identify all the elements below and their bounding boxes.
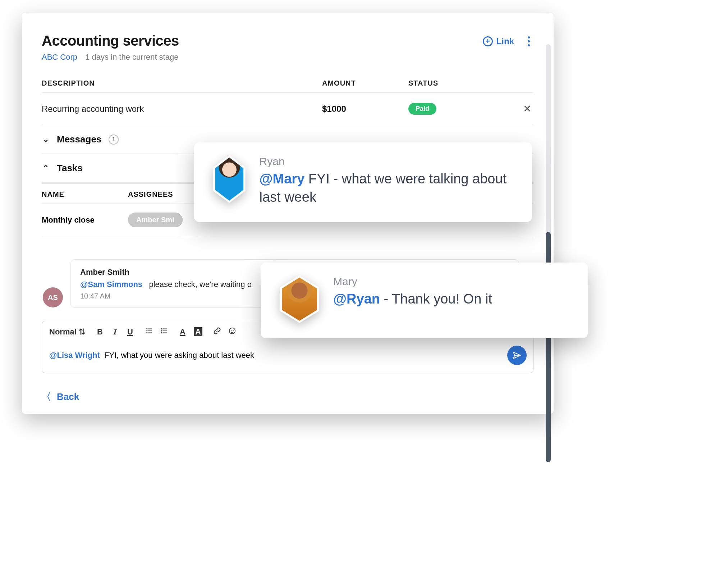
col-description: DESCRIPTION (42, 79, 322, 87)
link-icon (213, 327, 221, 335)
tasks-label: Tasks (57, 163, 83, 174)
col-amount: AMOUNT (322, 79, 408, 87)
col-status: STATUS (408, 79, 533, 87)
remove-line-item-button[interactable]: ✕ (521, 103, 533, 115)
svg-point-0 (161, 328, 162, 330)
status-badge: Paid (408, 103, 436, 115)
link-button[interactable]: + Link (483, 36, 514, 46)
avatar: AS (43, 287, 63, 307)
link-button-label: Link (496, 36, 514, 46)
italic-button[interactable]: I (111, 327, 119, 337)
chevron-down-icon: ⌄ (42, 135, 50, 144)
bubble-from: Ryan (260, 155, 515, 168)
back-label: Back (57, 391, 79, 402)
svg-point-2 (161, 332, 162, 334)
stage-text: 1 days in the current stage (85, 53, 178, 61)
emoji-button[interactable] (228, 327, 236, 337)
messages-label: Messages (57, 134, 101, 145)
line-item-description: Recurring accounting work (42, 104, 322, 114)
send-icon (512, 351, 522, 360)
line-item-headers: DESCRIPTION AMOUNT STATUS (42, 79, 533, 93)
bubble-mention[interactable]: @Mary (260, 171, 305, 186)
chat-bubble-ryan: Ryan @Mary FYI - what we were talking ab… (194, 142, 532, 222)
avatar-image (280, 278, 319, 321)
avatar-hex (211, 155, 247, 203)
avatar-image (214, 158, 245, 201)
bubble-text: - Thank you! On it (380, 291, 492, 306)
chevron-up-icon: ⌃ (42, 164, 50, 173)
compose-mention[interactable]: @Lisa Wright (49, 351, 100, 360)
message-mention[interactable]: @Sam Simmons (80, 280, 142, 289)
bullet-list-button[interactable] (160, 327, 168, 337)
plus-circle-icon: + (483, 36, 493, 46)
underline-button[interactable]: U (126, 327, 134, 337)
messages-count: 1 (109, 135, 119, 145)
bold-button[interactable]: B (96, 327, 104, 337)
send-button[interactable] (507, 346, 527, 365)
svg-point-3 (229, 328, 235, 334)
task-name: Monthly close (42, 215, 128, 225)
avatar-hex (278, 275, 321, 323)
chevron-left-icon: 〈 (42, 391, 51, 403)
ordered-list-icon (145, 327, 153, 335)
bubble-mention[interactable]: @Ryan (333, 291, 380, 306)
compose-body-text: FYI, what you were asking about last wee… (104, 351, 254, 360)
message-body: please check, we're waiting o (149, 280, 251, 289)
chat-bubble-mary: Mary @Ryan - Thank you! On it (261, 263, 588, 338)
style-dropdown[interactable]: Normal ⇅ (49, 327, 85, 337)
ordered-list-button[interactable] (145, 327, 153, 337)
assignee-chip[interactable]: Amber Smi (128, 213, 183, 227)
text-color-button[interactable]: A (179, 327, 187, 337)
sort-icon: ⇅ (79, 327, 85, 336)
highlight-button[interactable]: A (194, 327, 202, 337)
line-item-row: Recurring accounting work $1000 Paid ✕ (42, 93, 533, 125)
company-link[interactable]: ABC Corp (42, 53, 77, 61)
line-item-amount: $1000 (322, 104, 408, 114)
svg-point-4 (231, 330, 232, 331)
svg-point-5 (233, 330, 233, 331)
back-button[interactable]: 〈 Back (42, 391, 533, 403)
more-menu-button[interactable] (524, 35, 533, 48)
link-insert-button[interactable] (213, 327, 221, 337)
page-title: Accounting services (42, 33, 179, 49)
svg-point-1 (161, 330, 162, 332)
task-col-name: NAME (42, 190, 128, 199)
bullet-list-icon (160, 327, 168, 335)
compose-input[interactable]: @Lisa Wright FYI, what you were asking a… (49, 351, 254, 360)
bubble-from: Mary (333, 275, 492, 288)
emoji-icon (228, 327, 236, 335)
